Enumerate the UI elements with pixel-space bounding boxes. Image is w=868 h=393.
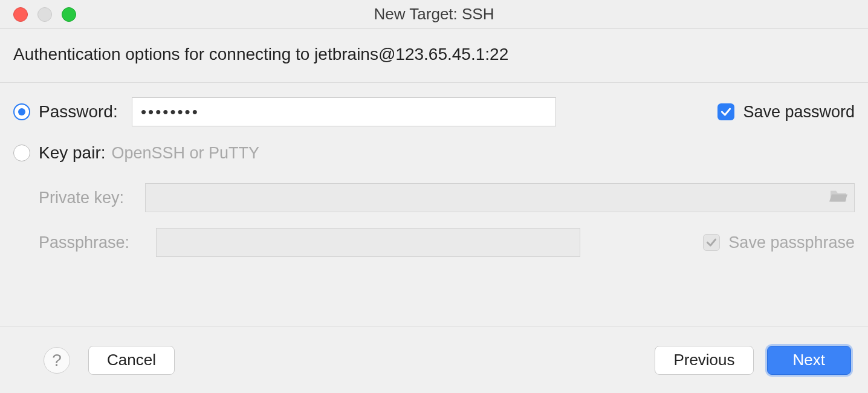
save-password-label: Save password — [743, 103, 855, 122]
passphrase-row: Passphrase: Save passphrase — [39, 228, 855, 257]
keypair-radio[interactable] — [13, 145, 30, 161]
maximize-window-button[interactable] — [62, 7, 76, 22]
save-passphrase-label: Save passphrase — [728, 233, 855, 252]
private-key-input — [145, 183, 855, 212]
password-input[interactable] — [132, 97, 556, 126]
passphrase-input — [156, 228, 580, 257]
password-radio-label: Password: — [39, 102, 118, 122]
save-password-checkbox[interactable] — [717, 103, 734, 120]
window-title: New Target: SSH — [0, 5, 868, 24]
auth-form: Password: Save password Key pair: OpenSS… — [0, 83, 868, 263]
private-key-label: Private key: — [39, 189, 145, 207]
close-window-button[interactable] — [13, 7, 28, 22]
passphrase-label: Passphrase: — [39, 233, 156, 252]
footer: ? Cancel Previous Next — [0, 326, 868, 393]
help-button[interactable]: ? — [44, 347, 70, 374]
page-heading: Authentication options for connecting to… — [0, 29, 868, 83]
password-radio[interactable] — [13, 103, 30, 120]
keypair-hint: OpenSSH or PuTTY — [112, 144, 260, 163]
keypair-row: Key pair: OpenSSH or PuTTY — [13, 143, 855, 163]
save-passphrase-checkbox — [703, 234, 720, 251]
next-button[interactable]: Next — [767, 346, 851, 375]
private-key-row: Private key: — [39, 183, 855, 212]
previous-button[interactable]: Previous — [655, 346, 753, 375]
keypair-radio-label: Key pair: — [39, 143, 106, 163]
folder-icon — [829, 189, 847, 207]
window-controls — [13, 7, 76, 22]
cancel-button[interactable]: Cancel — [88, 346, 175, 375]
titlebar: New Target: SSH — [0, 0, 868, 29]
minimize-window-button[interactable] — [37, 7, 52, 22]
password-row: Password: Save password — [13, 97, 855, 126]
